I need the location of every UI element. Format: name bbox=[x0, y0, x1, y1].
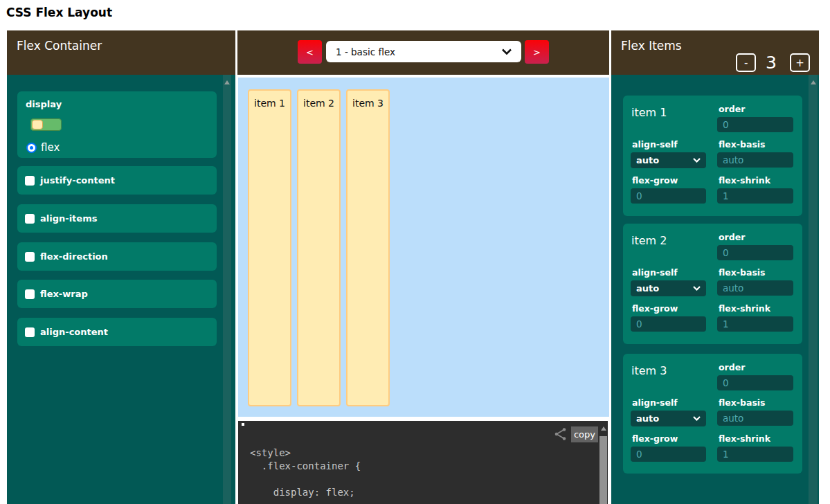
flex-wrap-card[interactable]: flex-wrap bbox=[17, 280, 217, 308]
item-3-order-input[interactable] bbox=[717, 375, 793, 390]
display-toggle[interactable] bbox=[30, 118, 62, 131]
item-3-flex-shrink-label: flex-shrink bbox=[719, 434, 793, 443]
chevron-down-icon bbox=[693, 286, 701, 291]
justify-content-card[interactable]: justify-content bbox=[17, 166, 217, 195]
item-1-align-self-value: auto bbox=[636, 155, 659, 165]
justify-content-checkbox[interactable] bbox=[25, 176, 35, 186]
flex-items-panel: Flex Items - 3 + item 1 order align-self… bbox=[611, 30, 819, 504]
item-2-order-input[interactable] bbox=[717, 245, 793, 260]
item-2-card: item 2 order align-self auto flex-basis … bbox=[623, 224, 802, 344]
item-2-align-self-label: align-self bbox=[632, 268, 706, 277]
example-select-value: 1 - basic flex bbox=[336, 46, 502, 57]
item-1-flex-basis-label: flex-basis bbox=[719, 140, 793, 149]
chevron-down-icon bbox=[693, 416, 701, 421]
flex-container-title: Flex Container bbox=[17, 39, 102, 53]
example-select[interactable]: 1 - basic flex bbox=[326, 41, 521, 62]
flex-items-header: Flex Items - 3 + bbox=[611, 30, 819, 75]
preview-header: < 1 - basic flex > bbox=[237, 30, 609, 75]
page-title: CSS Flex Layout bbox=[6, 6, 112, 19]
item-1-flex-shrink-input[interactable] bbox=[717, 188, 793, 204]
flex-direction-card[interactable]: flex-direction bbox=[17, 242, 217, 271]
item-1-align-self-select[interactable]: auto bbox=[631, 152, 706, 168]
align-items-label: align-items bbox=[40, 213, 97, 224]
copy-button[interactable]: copy bbox=[571, 426, 598, 442]
item-3-flex-grow-input[interactable] bbox=[631, 447, 706, 462]
item-3-align-self-select[interactable]: auto bbox=[631, 411, 706, 426]
item-1-flex-grow-input[interactable] bbox=[631, 188, 706, 204]
flex-radio-dot bbox=[30, 146, 33, 150]
chevron-down-icon bbox=[693, 158, 701, 163]
flex-radio-label: flex bbox=[41, 141, 60, 154]
align-items-checkbox[interactable] bbox=[25, 214, 35, 224]
left-panel-scrollbar[interactable] bbox=[223, 75, 231, 504]
item-3-order-label: order bbox=[719, 363, 793, 372]
item-3-align-self-label: align-self bbox=[632, 398, 706, 407]
code-line bbox=[250, 473, 361, 486]
code-bullet bbox=[242, 423, 244, 426]
item-2-align-self-value: auto bbox=[636, 283, 659, 294]
item-3-flex-shrink-input[interactable] bbox=[717, 447, 793, 462]
item-2-flex-shrink-label: flex-shrink bbox=[719, 304, 793, 313]
item-2-flex-shrink-input[interactable] bbox=[717, 316, 793, 332]
item-2-align-self-select[interactable]: auto bbox=[631, 280, 706, 296]
align-content-label: align-content bbox=[40, 327, 108, 337]
flex-items-body: item 1 order align-self auto flex-basis … bbox=[611, 75, 819, 504]
align-content-checkbox[interactable] bbox=[25, 327, 35, 337]
code-scroll-up-icon[interactable] bbox=[601, 426, 606, 431]
item-1-flex-grow-label: flex-grow bbox=[632, 176, 706, 185]
next-example-button[interactable]: > bbox=[525, 40, 549, 64]
item-1-flex-basis-input[interactable] bbox=[717, 152, 793, 168]
item-2-title: item 2 bbox=[631, 234, 706, 260]
item-2-flex-basis-label: flex-basis bbox=[719, 268, 793, 277]
code-panel: copy <style> .flex-container { display: … bbox=[238, 421, 608, 504]
align-content-card[interactable]: align-content bbox=[17, 318, 217, 346]
item-3-flex-basis-input[interactable] bbox=[717, 411, 793, 426]
flex-container-header: Flex Container bbox=[7, 30, 235, 75]
item-3-title: item 3 bbox=[631, 364, 706, 390]
prev-example-button[interactable]: < bbox=[298, 40, 322, 64]
code-scrollbar[interactable] bbox=[599, 424, 607, 504]
item-2-flex-basis-input[interactable] bbox=[717, 280, 793, 296]
item-1-align-self-label: align-self bbox=[632, 140, 706, 149]
decrease-items-button[interactable]: - bbox=[736, 53, 756, 72]
code-content: <style> .flex-container { display: flex; bbox=[250, 447, 361, 499]
item-1-card: item 1 order align-self auto flex-basis … bbox=[623, 96, 802, 216]
item-3-flex-grow-label: flex-grow bbox=[632, 434, 706, 443]
code-scroll-thumb[interactable] bbox=[599, 436, 607, 504]
preview-item-3: item 3 bbox=[346, 89, 390, 406]
justify-content-label: justify-content bbox=[40, 175, 115, 186]
code-line: <style> bbox=[250, 447, 361, 460]
flex-direction-label: flex-direction bbox=[40, 251, 108, 262]
display-card: display flex bbox=[17, 91, 217, 158]
display-label: display bbox=[26, 99, 217, 109]
preview-item-2: item 2 bbox=[297, 89, 341, 406]
item-2-flex-grow-label: flex-grow bbox=[632, 304, 706, 313]
code-line: display: flex; bbox=[250, 486, 361, 499]
item-3-flex-basis-label: flex-basis bbox=[719, 398, 793, 407]
right-panel-scrollbar[interactable] bbox=[809, 75, 818, 504]
item-3-align-self-value: auto bbox=[636, 413, 659, 424]
flex-radio[interactable] bbox=[26, 143, 37, 153]
item-1-order-input[interactable] bbox=[717, 117, 793, 132]
item-1-flex-shrink-label: flex-shrink bbox=[719, 176, 793, 185]
item-3-card: item 3 order align-self auto flex-basis … bbox=[623, 354, 802, 474]
share-icon[interactable] bbox=[554, 427, 568, 441]
align-items-card[interactable]: align-items bbox=[17, 204, 217, 233]
item-2-order-label: order bbox=[719, 233, 793, 242]
flex-wrap-checkbox[interactable] bbox=[25, 289, 35, 299]
flex-direction-checkbox[interactable] bbox=[25, 252, 35, 262]
flex-container-panel: Flex Container display flex justify-cont… bbox=[7, 30, 235, 504]
flex-container-body: display flex justify-content align-items… bbox=[7, 75, 235, 504]
chevron-down-icon bbox=[502, 48, 512, 55]
preview-column: < 1 - basic flex > item 1 item 2 item 3 … bbox=[237, 30, 609, 504]
increase-items-button[interactable]: + bbox=[790, 53, 810, 72]
item-1-title: item 1 bbox=[631, 106, 706, 132]
code-line: .flex-container { bbox=[250, 460, 361, 473]
flex-wrap-label: flex-wrap bbox=[40, 289, 88, 299]
item-1-order-label: order bbox=[719, 105, 793, 114]
flex-container-preview: item 1 item 2 item 3 bbox=[238, 78, 609, 417]
item-2-flex-grow-input[interactable] bbox=[631, 316, 706, 332]
flex-items-title: Flex Items bbox=[621, 39, 682, 53]
right-scroll-up-icon[interactable] bbox=[811, 80, 816, 84]
left-scroll-up-icon[interactable] bbox=[224, 80, 230, 84]
